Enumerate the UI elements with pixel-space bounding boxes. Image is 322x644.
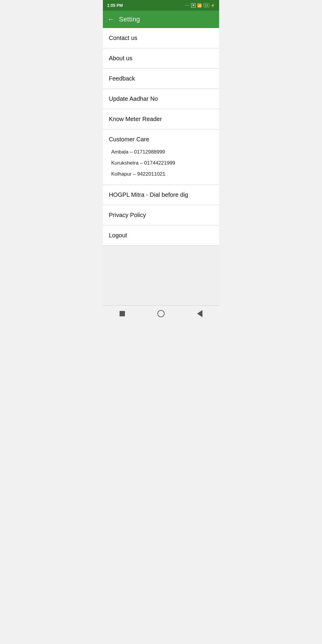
menu-item-update-aadhar[interactable]: Update Aadhar No xyxy=(103,89,219,109)
nav-bar xyxy=(103,305,219,322)
back-nav-icon xyxy=(197,310,202,317)
recent-apps-icon xyxy=(120,311,125,316)
home-button[interactable] xyxy=(152,308,170,320)
status-bar: 1:05 PM ··· ✕ 📶 29 ⚡ xyxy=(103,0,219,11)
status-time: 1:05 PM xyxy=(107,3,123,8)
menu-item-know-meter-reader[interactable]: Know Meter Reader xyxy=(103,109,219,129)
app-bar: ← Setting xyxy=(103,11,219,28)
menu-label-hogpl-mitra: HOGPL Mitra - Dial before dig xyxy=(109,191,188,198)
page-title: Setting xyxy=(119,16,140,23)
customer-care-ambala: Ambala – 01712988999 xyxy=(109,146,213,157)
menu-item-privacy-policy[interactable]: Privacy Policy xyxy=(103,205,219,225)
menu-label-contact-us: Contact us xyxy=(109,35,137,41)
recent-apps-button[interactable] xyxy=(113,308,131,320)
empty-area xyxy=(103,246,219,305)
menu-label-know-meter-reader: Know Meter Reader xyxy=(109,116,162,122)
battery-level: 29 xyxy=(203,3,209,7)
menu-label-feedback: Feedback xyxy=(109,75,135,82)
customer-care-kurukshetra: Kurukshetra – 01744221999 xyxy=(109,157,213,168)
back-nav-button[interactable] xyxy=(191,308,209,320)
status-icons: ··· ✕ 📶 29 ⚡ xyxy=(185,3,215,8)
back-button[interactable]: ← xyxy=(108,16,114,23)
charging-icon: ⚡ xyxy=(211,4,215,7)
settings-content: Contact us About us Feedback Update Aadh… xyxy=(103,28,219,246)
sim-icon: ✕ xyxy=(191,3,196,8)
menu-label-update-aadhar: Update Aadhar No xyxy=(109,95,158,102)
menu-item-contact-us[interactable]: Contact us xyxy=(103,28,219,48)
wifi-icon: 📶 xyxy=(197,3,202,8)
customer-care-kolhapur: Kolhapur – 9422011021 xyxy=(109,168,213,179)
home-icon xyxy=(157,310,165,317)
menu-label-logout: Logout xyxy=(109,232,127,239)
menu-label-privacy-policy: Privacy Policy xyxy=(109,212,146,218)
menu-item-about-us[interactable]: About us xyxy=(103,48,219,69)
menu-item-hogpl-mitra[interactable]: HOGPL Mitra - Dial before dig xyxy=(103,185,219,205)
menu-item-logout[interactable]: Logout xyxy=(103,225,219,246)
dots-icon: ··· xyxy=(185,4,189,7)
menu-label-about-us: About us xyxy=(109,55,132,61)
customer-care-title: Customer Care xyxy=(109,136,213,143)
customer-care-section: Customer Care Ambala – 01712988999 Kuruk… xyxy=(103,129,219,185)
menu-item-feedback[interactable]: Feedback xyxy=(103,69,219,89)
